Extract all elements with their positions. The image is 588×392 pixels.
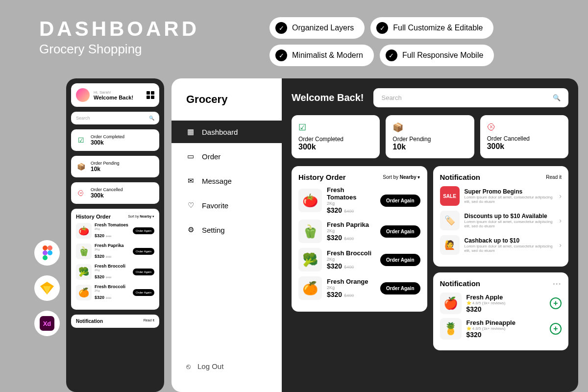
chevron-right-icon: › [559, 192, 562, 200]
product-image: 🍍 [440, 318, 462, 340]
cancel-icon: ⮾ [76, 188, 86, 198]
history-item: 🥦Fresh Broccoli2Kg$320$400Order Again [298, 248, 420, 271]
product-image: 🍊 [76, 285, 92, 300]
svg-text:Xd: Xd [43, 320, 51, 327]
svg-point-3 [48, 250, 52, 255]
logo: Grocery [172, 93, 282, 106]
logout-icon: ⎋ [186, 362, 191, 370]
notif-icon: 🏷️ [440, 211, 460, 230]
search-icon: 🔍 [553, 94, 561, 101]
sketch-icon [34, 275, 60, 301]
hero-subtitle: Grocery Shopping [39, 42, 199, 57]
product-image: 🫑 [298, 220, 322, 243]
check-icon: ✓ [386, 49, 397, 61]
dashboard-icon: ▦ [186, 127, 195, 136]
order-again-button[interactable]: Order Again [380, 225, 420, 238]
notification-item[interactable]: 🏷️Discounts up to $10 AvailableLorem ips… [440, 211, 562, 230]
product-item: 🍎Fresh Apple⭐ 4.8/5 (1k+ reviews)$320+ [440, 293, 562, 314]
sidebar: Grocery ▦Dashboard▭Order✉Message♡Favorit… [172, 78, 282, 392]
avatar[interactable] [76, 88, 90, 102]
message-icon: ✉ [186, 176, 195, 185]
welcome-title: Welcome Back! [292, 92, 364, 103]
history-item: 🍅Fresh Tomatoes2Kg$320$400Order Again [76, 222, 154, 239]
sort-dropdown[interactable]: Sort by Nearby ▾ [383, 174, 420, 180]
stat-card: 📦Order Pending10k [386, 115, 474, 158]
order-again-button[interactable]: Order Again [133, 269, 154, 275]
nav-item-order[interactable]: ▭Order [172, 145, 282, 168]
favorite-icon: ♡ [186, 201, 195, 210]
notification-card[interactable]: NotificationRead it [71, 315, 159, 328]
mobile-mockup: Hi, Sarah! Welcome Back! Search🔍 ☑Order … [66, 78, 164, 392]
badge: ✓Full Responsive Mobile [380, 45, 494, 66]
history-card: History OrderSort by Nearby ▾ 🍅Fresh Tom… [71, 209, 159, 310]
box-icon: 📦 [76, 162, 86, 172]
history-item: 🍅Fresh Tomatoes2Kg$320$400Order Again [298, 186, 420, 215]
stat-icon: ☑ [298, 122, 373, 133]
product-image: 🥦 [298, 248, 322, 271]
nav: ▦Dashboard▭Order✉Message♡Favorite⚙Settin… [172, 121, 282, 241]
add-button[interactable]: + [550, 323, 562, 335]
logout-button[interactable]: ⎋Log Out [172, 355, 282, 377]
order-again-button[interactable]: Order Again [380, 195, 420, 207]
badge: ✓Minimalist & Modern [270, 45, 374, 66]
check-icon: ✓ [275, 49, 287, 61]
svg-point-2 [43, 250, 48, 255]
notification-item[interactable]: 🙋Cashback up to $10Lorem ipsum dolor sit… [440, 235, 562, 255]
search-input[interactable]: Search🔍 [71, 112, 159, 124]
badge: ✓Organized Layers [270, 17, 365, 39]
svg-point-4 [43, 255, 48, 260]
hero-title: DASHBOARD [39, 17, 199, 41]
product-image: 🥦 [76, 264, 92, 280]
history-card: History OrderSort by Nearby ▾ 🍅Fresh Tom… [292, 166, 427, 312]
product-image: 🍅 [76, 223, 92, 239]
stat-completed: ☑Order Completed300k [71, 129, 159, 151]
read-it-link[interactable]: Read it [546, 174, 562, 180]
history-item: 🍊Fresh Orange2Kg$320$400Order Again [298, 276, 420, 300]
stat-card: ☑Order Completed300k [292, 115, 380, 158]
setting-icon: ⚙ [186, 225, 195, 234]
menu-grid-icon[interactable] [147, 91, 154, 99]
order-icon: ▭ [186, 152, 195, 161]
check-icon: ☑ [76, 135, 86, 145]
badge: ✓Full Customize & Editable [370, 17, 493, 39]
product-image: 🍅 [298, 189, 322, 212]
check-icon: ✓ [376, 22, 388, 34]
stat-pending: 📦Order Pending10k [71, 156, 159, 177]
tool-icons: Xd [34, 240, 60, 336]
order-again-button[interactable]: Order Again [133, 289, 154, 296]
chevron-right-icon: › [559, 241, 562, 249]
stat-cancelled: ⮾Order Cancelled300k [71, 182, 159, 204]
svg-point-0 [43, 245, 48, 250]
check-icon: ✓ [275, 22, 287, 34]
product-image: 🍎 [440, 293, 462, 314]
xd-icon: Xd [34, 311, 60, 336]
mobile-header: Hi, Sarah! Welcome Back! [71, 83, 159, 107]
products-card: Notification••• 🍎Fresh Apple⭐ 4.8/5 (1k+… [433, 272, 569, 350]
stat-card: ⮾Order Cancelled300k [480, 115, 568, 158]
svg-point-1 [48, 245, 52, 250]
order-again-button[interactable]: Order Again [380, 254, 420, 266]
product-image: 🍊 [298, 276, 322, 300]
chevron-right-icon: › [559, 217, 562, 224]
nav-item-dashboard[interactable]: ▦Dashboard [172, 121, 282, 143]
history-item: 🫑Fresh Paprika2Kg$320$400Order Again [76, 243, 154, 260]
add-button[interactable]: + [550, 297, 562, 309]
stat-icon: ⮾ [487, 122, 562, 132]
order-again-button[interactable]: Order Again [380, 282, 420, 294]
product-item: 🍍Fresh Pineapple⭐ 4.8/5 (1k+ reviews)$32… [440, 318, 562, 340]
history-item: 🍊Fresh Broccoli2Kg$320$400Order Again [76, 284, 154, 301]
product-image: 🫑 [76, 244, 92, 259]
order-again-button[interactable]: Order Again [133, 248, 154, 255]
more-icon[interactable]: ••• [553, 281, 562, 287]
notif-icon: SALE [440, 186, 460, 206]
search-input[interactable]: Search🔍 [373, 88, 568, 107]
search-icon: 🔍 [149, 116, 154, 121]
stat-icon: 📦 [392, 122, 467, 133]
order-again-button[interactable]: Order Again [133, 227, 154, 234]
nav-item-setting[interactable]: ⚙Setting [172, 219, 282, 241]
notification-item[interactable]: SALESuper Promo BeginsLorem ipsum dolor … [440, 186, 562, 206]
nav-item-message[interactable]: ✉Message [172, 170, 282, 192]
desktop-mockup: Grocery ▦Dashboard▭Order✉Message♡Favorit… [172, 78, 578, 392]
nav-item-favorite[interactable]: ♡Favorite [172, 194, 282, 217]
feature-badges: ✓Organized Layers ✓Full Customize & Edit… [270, 17, 583, 66]
